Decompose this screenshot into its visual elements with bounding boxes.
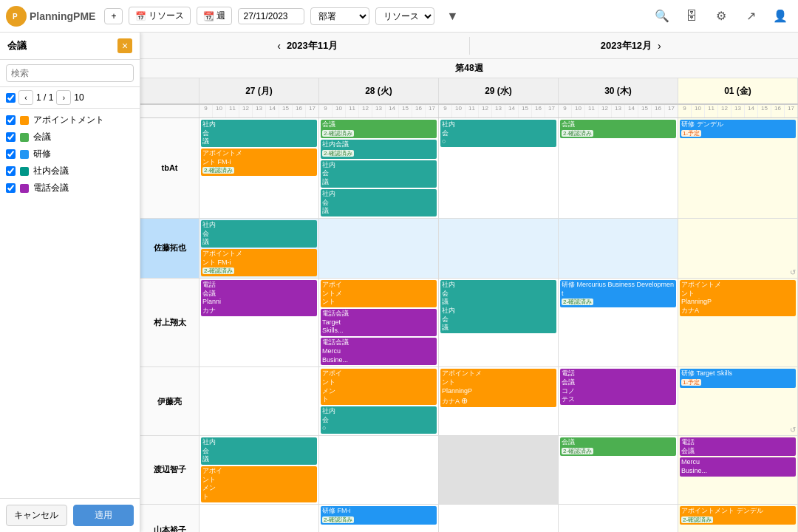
search-input[interactable] [6,64,134,82]
cell-tbat-tue[interactable]: 会議2-確認済み 社内会議2-確認済み 社内会議 社内会議 [319,118,439,218]
cell-ito-thu[interactable]: 電話会議コノテス [559,367,678,435]
row-days-murakami: 電話会議Planniカナ アポイントメント 電話会議TargetSkills..… [200,279,798,366]
event-item[interactable]: 電話会議MercuBusine... [321,338,437,365]
cell-watanabe-tue[interactable] [319,436,439,504]
event-item[interactable]: 社内会議 [201,437,317,465]
event-item[interactable]: 社内会○ [321,406,437,434]
cell-ito-mon[interactable] [200,367,319,435]
cell-murakami-tue[interactable]: アポイントメント 電話会議TargetSkills... 電話会議MercuBu… [319,279,439,366]
cell-watanabe-fri[interactable]: 電話会議 MercuBusine... [678,436,798,504]
event-item[interactable]: 社内会議2-確認済み [321,140,437,158]
event-item[interactable]: 電話会議TargetSkills... [321,309,437,336]
event-item[interactable]: 電話会議Planniカナ [201,280,317,316]
share-button[interactable]: ↗ [739,4,763,28]
event-item[interactable]: アポイントメント [201,466,317,502]
cell-sato-wed[interactable] [439,219,559,278]
resource-view-button[interactable]: 📅 リソース [129,7,191,25]
cell-ito-tue[interactable]: アポイントメント 社内会○ [319,367,439,435]
checkbox-meeting[interactable]: 会議 [6,129,134,146]
cell-tbat-thu[interactable]: 会議2-確認済み [559,118,678,218]
training-color [20,150,29,159]
event-item[interactable]: 電話会議コノテス [560,369,676,405]
cell-murakami-fri[interactable]: アポイントメントPlanningPカナA [678,279,798,366]
topbar: P PlanningPME + 📅 リソース 📆 週 部署 リソース ▼ 🔍 🗄… [0,0,798,33]
search-button[interactable]: 🔍 [650,4,674,28]
cell-tbat-mon[interactable]: 社内会議 アポイントメント FM-i2-確認済み [200,118,319,218]
cell-yamamoto-fri[interactable]: アポイントメント デンデル2-確認済み [678,505,798,532]
cell-tbat-fri[interactable]: 研修 デンデル1-予定 [678,118,798,218]
cell-tbat-wed[interactable]: 社内会○ [439,118,559,218]
week-view-button[interactable]: 📆 週 [197,7,232,25]
date-input[interactable] [238,8,304,24]
event-item[interactable]: 会議2-確認済み [321,120,437,138]
cell-yamamoto-tue[interactable]: 研修 FM-i2-確認済み [319,505,439,532]
cell-sato-fri[interactable]: ↺ [678,219,798,278]
cell-murakami-mon[interactable]: 電話会議Planniカナ [200,279,319,366]
user-button[interactable]: 👤 [768,4,792,28]
event-item[interactable]: 研修 FM-i2-確認済み [321,506,437,525]
row-name-murakami: 村上翔太 [140,279,200,366]
cell-murakami-thu[interactable]: 研修 Mercurius Business Development2-確認済み [559,279,678,366]
app-name: PlanningPME [30,10,95,22]
calendar-icon: 📅 [135,11,146,21]
settings-button[interactable]: ⚙ [709,4,733,28]
cell-sato-mon[interactable]: 社内会議 アポイントメント FM-i2-確認済み [200,219,319,278]
event-item[interactable]: MercuBusine... [680,457,796,476]
event-item[interactable]: 会議2-確認済み [560,120,676,138]
prev-month-button[interactable]: ‹ [271,37,287,55]
page-total: 10 [74,92,83,103]
side-panel-header: 会議 × [0,33,140,60]
event-item[interactable]: アポイントメント デンデル2-確認済み [680,506,796,525]
resource-select[interactable]: リソース [375,7,434,25]
event-item[interactable]: 社内会議社内会議 [440,280,556,333]
cell-sato-thu[interactable] [559,219,678,278]
event-item[interactable]: アポイントメント [321,369,437,405]
event-item[interactable]: 社内会議 [321,160,437,188]
cell-watanabe-wed[interactable] [439,436,559,504]
cell-yamamoto-mon[interactable] [200,505,319,532]
next-page-button[interactable]: › [56,90,71,105]
event-item[interactable]: 研修 Mercurius Business Development2-確認済み [560,280,676,307]
cell-ito-wed[interactable]: アポイントメントPlanningPカナA ⊕ [439,367,559,435]
month-prev: ‹ 2023年11月 [140,37,470,55]
event-item[interactable]: 社内会議 [201,120,317,147]
event-item[interactable]: アポイントメント FM-i2-確認済み [201,249,317,276]
event-item[interactable]: 研修 Target Skills1-予定 [680,369,796,387]
event-item[interactable]: アポイントメント [321,280,437,307]
week-number-row: 第48週 [140,59,798,78]
cell-murakami-wed[interactable]: 社内会議社内会議 [439,279,559,366]
cancel-button[interactable]: キャンセル [6,505,67,526]
event-item[interactable]: アポイントメントPlanningPカナA [680,280,796,316]
cell-yamamoto-wed[interactable] [439,505,559,532]
checkbox-internal-meeting[interactable]: 社内会議 [6,163,134,180]
meeting-color [20,133,29,142]
prev-page-button[interactable]: ‹ [18,90,33,105]
event-item[interactable]: 社内会○ [440,120,556,147]
event-item[interactable]: 社内会議 [321,189,437,216]
checkbox-appointment[interactable]: アポイントメント [6,112,134,129]
event-item[interactable]: 社内会議 [201,220,317,248]
close-panel-button[interactable]: × [117,38,132,53]
cell-ito-fri[interactable]: 研修 Target Skills1-予定 ↺ [678,367,798,435]
add-button[interactable]: + [104,8,123,24]
event-item[interactable]: アポイントメント FM-i2-確認済み [201,149,317,176]
cell-watanabe-mon[interactable]: 社内会議 アポイントメント [200,436,319,504]
checkbox-phone-meeting[interactable]: 電話会議 [6,180,134,197]
event-item[interactable]: 研修 デンデル1-予定 [680,120,796,138]
month-nav: ‹ 2023年11月 2023年12月 › [140,33,798,59]
dept-select[interactable]: 部署 [310,7,369,25]
cell-sato-tue[interactable] [319,219,439,278]
scroll-icon: ↺ [790,268,796,276]
cell-yamamoto-thu[interactable] [559,505,678,532]
checkbox-training[interactable]: 研修 [6,146,134,163]
select-all-checkbox[interactable] [6,93,16,103]
event-item[interactable]: アポイントメントPlanningPカナA ⊕ [440,369,556,407]
cell-watanabe-thu[interactable]: 会議2-確認済み [559,436,678,504]
filter-button[interactable]: ▼ [440,4,464,28]
checkbox-list: アポイントメント 会議 研修 社内会議 [0,109,140,200]
event-item[interactable]: 電話会議 [680,437,796,456]
event-item[interactable]: 会議2-確認済み [560,437,676,456]
apply-button[interactable]: 適用 [73,505,134,526]
next-month-button[interactable]: › [652,37,667,55]
database-button[interactable]: 🗄 [680,4,703,28]
